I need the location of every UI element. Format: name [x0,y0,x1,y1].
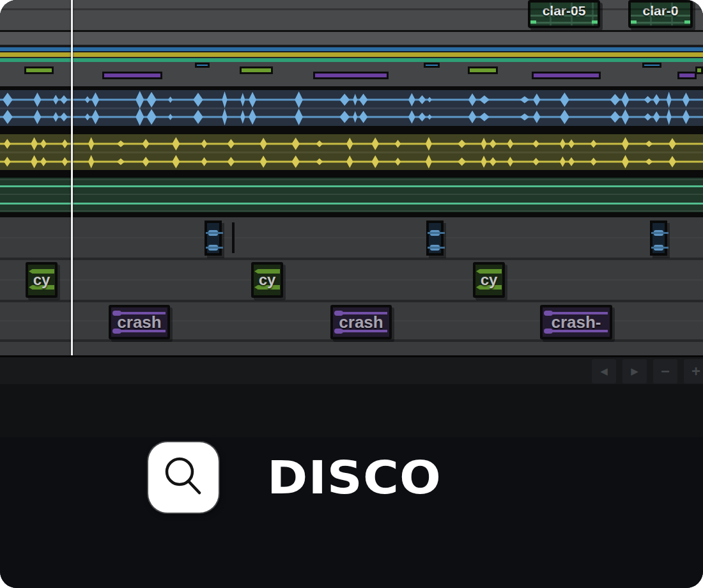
region-clip-green[interactable] [24,66,54,74]
clip-label: crash [117,313,161,332]
region-clip-purple[interactable] [313,72,389,79]
fader-node [430,245,440,251]
automation-clip[interactable] [426,220,444,256]
crash-clip[interactable]: crash- [540,305,612,339]
scrollbar-row[interactable]: ◀ ▶ − + [0,355,703,384]
zoom-out-button[interactable]: − [653,359,677,383]
clip-label: crash- [551,313,601,332]
lane-gridline [0,210,703,212]
clip-label: cy [33,271,50,289]
footer-gap [0,384,703,437]
app-window: clar-05clar-0 [0,0,703,588]
zoom-in-button[interactable]: + [684,359,703,383]
green-center-line [0,185,703,187]
cymbal-clip[interactable]: cy [251,262,283,298]
collapsed-track-divider[interactable] [0,30,703,47]
region-clip-purple[interactable] [532,72,601,79]
lower-tracks-grid[interactable]: cycycycrashcrashcrash- [0,217,703,355]
region-clip-green[interactable] [695,66,703,74]
daw-timeline: clar-05clar-0 [0,0,703,384]
fader-node [208,245,218,251]
clip-label: clar-0 [631,3,690,19]
midi-clip[interactable]: clar-05 [528,0,600,28]
region-clip-blue[interactable] [195,63,210,68]
clip-label: clar-05 [530,3,598,19]
automation-clip[interactable] [205,220,222,256]
lane-divider [0,151,703,153]
fader-node [430,230,440,236]
lane-divider [0,107,703,109]
region-clip-green[interactable] [468,66,498,74]
region-clip-blue[interactable] [424,63,440,68]
search-icon [148,442,219,513]
fader-node [654,230,663,236]
track-boundary [0,339,703,342]
track-blue-stereo-audio[interactable] [0,86,703,130]
region-clip-green[interactable] [240,66,273,74]
crash-clip[interactable]: crash [109,305,170,339]
mini-track-yellow[interactable] [0,52,703,57]
shrunken-tracks-overview [0,47,703,62]
lane-gridline [0,194,703,195]
gridline [0,237,703,238]
gridline [0,279,703,281]
track-boundary [0,258,703,260]
track-boundary [0,300,703,302]
scroll-right-button[interactable]: ▶ [622,359,647,383]
brand-title: DISCO [267,442,442,513]
lane-gridline [0,179,703,180]
scroll-left-button[interactable]: ◀ [592,359,616,383]
edit-marker-line [232,222,235,253]
region-clip-purple[interactable] [102,72,162,79]
region-clip-purple[interactable] [677,72,697,79]
track-green-stereo-audio[interactable] [0,174,703,217]
midi-clip[interactable]: clar-0 [628,0,693,28]
cymbal-clip[interactable]: cy [26,262,58,298]
search-footer: DISCO [0,437,703,588]
fader-node [208,230,218,236]
track-clarinet-lane[interactable]: clar-05clar-0 [0,0,703,30]
crash-clip[interactable]: crash [330,305,392,339]
mini-track-blue[interactable] [0,47,703,51]
green-center-line [0,203,703,205]
region-clip-blue[interactable] [642,63,661,68]
region-overview-lane[interactable] [0,62,703,86]
clip-label: cy [259,271,276,289]
search-button[interactable] [148,442,219,513]
fader-node [654,245,663,251]
automation-clip[interactable] [650,220,667,256]
playhead-cursor[interactable] [71,0,73,355]
scroll-zoom-controls: ◀ ▶ − + [592,359,703,383]
cymbal-clip[interactable]: cy [473,262,505,298]
clip-label: crash [339,313,383,332]
clip-label: cy [481,271,498,289]
track-yellow-stereo-audio[interactable] [0,130,703,174]
